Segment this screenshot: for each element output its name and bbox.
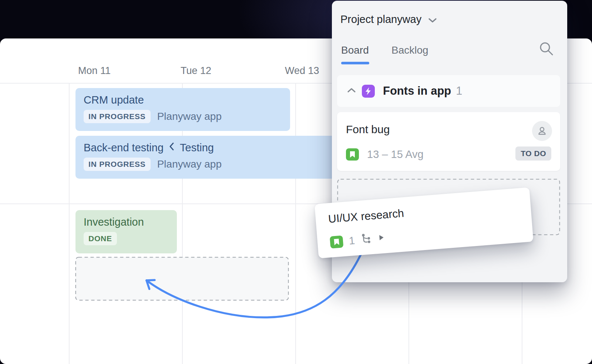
calendar-event-investigation[interactable]: Investigation DONE [75,210,177,253]
search-icon [538,41,555,57]
board-card-font-bug[interactable]: Font bug 13 – 15 Avg TO DO [337,112,560,171]
bookmark-icon [346,148,359,161]
bookmark-icon [330,235,343,249]
linked-chevron-icon [169,141,175,154]
day-header-wed: Wed 13 [285,65,319,77]
status-badge: IN PROGRESS [84,110,151,123]
lightning-icon [362,85,375,98]
grid-line-vertical [69,83,70,364]
subtask-count: 1 [349,234,356,247]
event-linked-card-title: Testing [180,141,214,154]
subtasks-tree-icon [360,232,373,246]
search-button[interactable] [538,41,555,57]
section-title: Fonts in app [383,84,451,98]
event-project-label: Planyway app [157,111,222,122]
card-title: UI/UX research [328,207,404,225]
collapse-chevron-up-icon[interactable] [347,87,356,95]
expand-triangle-icon[interactable] [378,233,385,243]
section-count: 1 [456,84,462,98]
tab-board[interactable]: Board [341,44,369,56]
calendar-event-crm-update[interactable]: CRM update IN PROGRESS Planyway app [75,88,290,131]
card-title: Font bug [346,123,390,136]
tab-backlog[interactable]: Backlog [391,44,428,56]
status-badge: IN PROGRESS [84,158,151,171]
calendar-drop-placeholder[interactable] [75,257,289,301]
estimate-label: 13 – 15 Avg [367,148,424,161]
chevron-down-icon[interactable] [428,17,437,25]
status-badge[interactable]: TO DO [515,146,551,161]
project-switcher[interactable]: Project planyway [340,13,421,26]
event-title: Back-end testing [84,141,164,154]
active-tab-indicator [341,62,369,64]
event-project-label: Planyway app [157,158,222,170]
day-header-mon: Mon 11 [78,65,111,77]
grid-line-vertical [295,83,296,364]
project-title: Project planyway [340,13,421,25]
person-icon [536,125,548,136]
day-header-tue: Tue 12 [181,65,211,77]
screenshot-root: Mon 11 Tue 12 Wed 13 CRM update IN PROGR… [0,0,592,364]
status-badge: DONE [84,232,117,245]
event-title: Investigation [84,215,144,229]
event-title: CRM update [84,93,144,107]
assignee-button[interactable] [532,121,552,141]
board-section-fonts-in-app[interactable]: Fonts in app 1 [337,75,560,107]
